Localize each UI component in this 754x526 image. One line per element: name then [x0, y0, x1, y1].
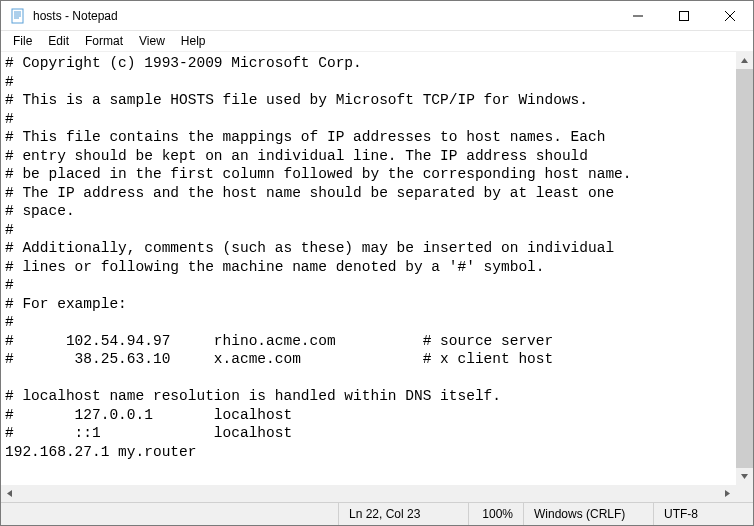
status-lineending: Windows (CRLF)	[523, 503, 653, 525]
menu-edit[interactable]: Edit	[40, 33, 77, 49]
scroll-right-button[interactable]	[719, 485, 736, 502]
text-content[interactable]: # Copyright (c) 1993-2009 Microsoft Corp…	[1, 52, 736, 485]
status-zoom: 100%	[468, 503, 523, 525]
status-encoding: UTF-8	[653, 503, 753, 525]
svg-line-8	[725, 11, 735, 21]
svg-marker-9	[741, 58, 748, 63]
window-title: hosts - Notepad	[33, 9, 615, 23]
horizontal-scroll-track[interactable]	[18, 485, 719, 502]
menu-help[interactable]: Help	[173, 33, 214, 49]
vertical-scroll-track[interactable]	[736, 69, 753, 468]
menubar: File Edit Format View Help	[1, 31, 753, 51]
statusbar-spacer	[1, 503, 338, 525]
scroll-up-button[interactable]	[736, 52, 753, 69]
maximize-button[interactable]	[661, 1, 707, 31]
svg-marker-12	[725, 490, 730, 497]
titlebar[interactable]: hosts - Notepad	[1, 1, 753, 31]
close-button[interactable]	[707, 1, 753, 31]
menu-file[interactable]: File	[5, 33, 40, 49]
minimize-button[interactable]	[615, 1, 661, 31]
svg-marker-10	[741, 474, 748, 479]
statusbar: Ln 22, Col 23 100% Windows (CRLF) UTF-8	[1, 502, 753, 525]
vertical-scroll-thumb[interactable]	[736, 69, 753, 468]
editor-area: # Copyright (c) 1993-2009 Microsoft Corp…	[1, 51, 753, 502]
status-position: Ln 22, Col 23	[338, 503, 468, 525]
scroll-down-button[interactable]	[736, 468, 753, 485]
app-icon	[9, 7, 27, 25]
svg-marker-11	[7, 490, 12, 497]
scroll-left-button[interactable]	[1, 485, 18, 502]
svg-line-7	[725, 11, 735, 21]
svg-rect-6	[680, 11, 689, 20]
horizontal-scrollbar[interactable]	[1, 485, 736, 502]
vertical-scrollbar[interactable]	[736, 52, 753, 485]
menu-view[interactable]: View	[131, 33, 173, 49]
menu-format[interactable]: Format	[77, 33, 131, 49]
notepad-window: hosts - Notepad File Edit Format View He…	[0, 0, 754, 526]
scroll-corner	[736, 485, 753, 502]
